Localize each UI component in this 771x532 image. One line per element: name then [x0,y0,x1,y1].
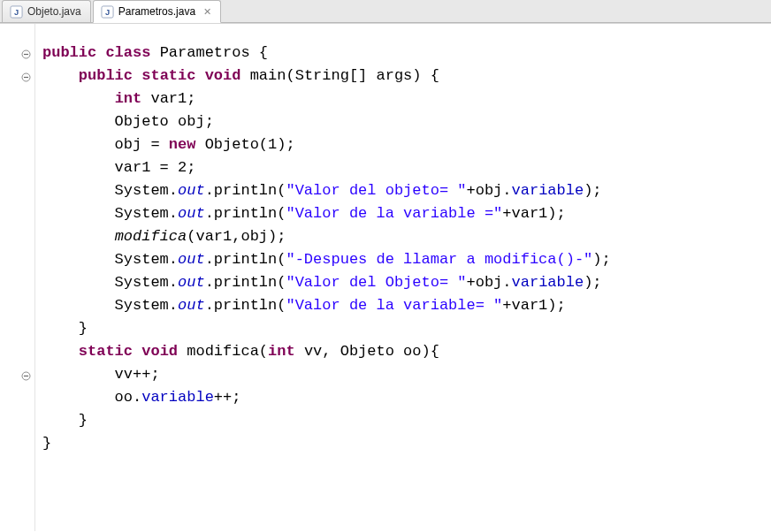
tab-objeto[interactable]: J Objeto.java [2,0,91,22]
editor: public class Parametros { public static … [0,23,771,531]
code-line: modifica(var1,obj); [42,225,771,248]
code-line: obj = new Objeto(1); [42,133,771,156]
code-line: } [42,409,771,432]
tab-parametros[interactable]: J Parametros.java ✕ [93,0,221,23]
code-line: System.out.println("Valor de la variable… [42,294,771,317]
code-line: oo.variable++; [42,386,771,409]
fold-collapse-icon[interactable] [21,370,31,380]
close-icon[interactable]: ✕ [203,6,211,18]
fold-row [0,87,34,110]
tab-label: Objeto.java [27,5,81,18]
fold-row [0,248,34,271]
tab-bar: J Objeto.java J Parametros.java ✕ [0,0,771,23]
code-line: static void modifica(int vv, Objeto oo){ [42,340,771,363]
fold-row [0,478,34,501]
java-file-icon: J [101,5,114,19]
fold-row [0,363,34,386]
fold-row [0,409,34,432]
fold-row [0,340,34,363]
fold-row [0,455,34,478]
fold-row [0,65,34,87]
code-line: public static void main(String[] args) { [42,65,771,87]
code-line: System.out.println("Valor del Objeto= "+… [42,271,771,294]
fold-row [0,294,34,317]
fold-row [0,156,34,179]
fold-collapse-icon[interactable] [21,72,31,81]
tab-label: Parametros.java [118,5,195,18]
code-area[interactable]: public class Parametros { public static … [35,24,771,531]
code-line: var1 = 2; [42,156,771,179]
fold-row [0,317,34,340]
code-line: Objeto obj; [42,110,771,133]
code-line: System.out.println("-Despues de llamar a… [42,248,771,271]
code-line: System.out.println("Valor del objeto= "+… [42,179,771,202]
java-file-icon: J [10,5,23,19]
fold-row [0,225,34,248]
code-line: int var1; [42,87,771,110]
fold-row [0,179,34,202]
code-line: public class Parametros { [42,42,771,65]
fold-collapse-icon[interactable] [21,49,31,58]
code-line: System.out.println("Valor de la variable… [42,202,771,225]
svg-text:J: J [14,8,19,17]
fold-row [0,271,34,294]
fold-row [0,386,34,409]
fold-row [0,202,34,225]
code-line: } [42,432,771,455]
fold-gutter [0,24,35,531]
code-line: vv++; [42,363,771,386]
code-line: } [42,317,771,340]
fold-row [0,42,34,65]
fold-row [0,133,34,156]
svg-text:J: J [105,8,110,17]
fold-row [0,110,34,133]
fold-row [0,432,34,455]
